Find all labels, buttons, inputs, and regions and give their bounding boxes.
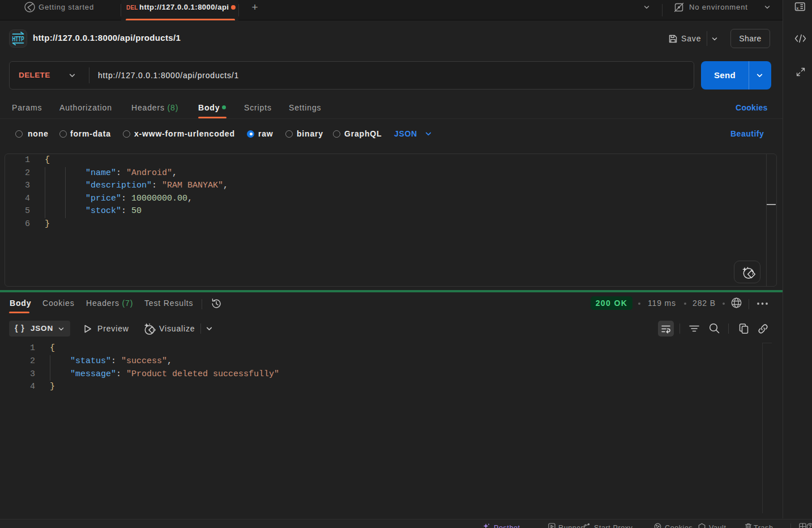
svg-text:HTTP: HTTP <box>12 35 24 43</box>
svg-text:x: x <box>796 5 799 11</box>
